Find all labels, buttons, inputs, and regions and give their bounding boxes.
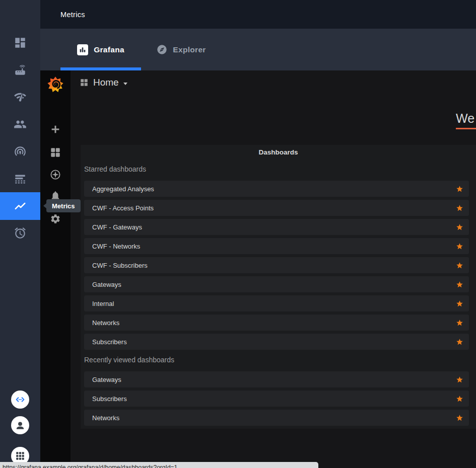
person-icon [14, 419, 26, 431]
grafana-sidebar [40, 70, 71, 462]
dashboard-row-label: Subscribers [92, 338, 127, 346]
gear-icon [50, 213, 61, 224]
tab-grafana[interactable]: Grafana [60, 29, 141, 70]
line-chart-icon [14, 200, 27, 213]
dashboards-panel: Dashboards Starred dashboardsAggregated … [81, 145, 476, 429]
create-button[interactable] [50, 124, 61, 135]
app-sidebar [0, 0, 40, 468]
dashboard-row[interactable]: Subscribers [84, 391, 469, 407]
dashboard-row[interactable]: Internal [84, 295, 469, 311]
explore-button[interactable] [50, 169, 61, 180]
star-icon[interactable] [456, 338, 463, 346]
section-label: Starred dashboards [84, 165, 476, 174]
dashboard-row[interactable]: Networks [84, 315, 469, 331]
panel-title[interactable]: Dashboards [81, 145, 476, 160]
api-button[interactable] [11, 391, 29, 409]
metrics-tooltip-label: Metrics [52, 202, 75, 210]
star-icon[interactable] [456, 223, 463, 231]
star-icon[interactable] [456, 262, 463, 269]
grafana-content: Home We Dashboards Starred dashboardsAgg… [71, 70, 476, 462]
dashboard-row[interactable]: CWF - Networks [84, 238, 469, 254]
star-icon[interactable] [456, 185, 463, 193]
star-icon[interactable] [456, 414, 463, 422]
star-icon[interactable] [456, 204, 463, 212]
dashboards-grid-icon [50, 147, 61, 158]
sidebar-item-equipment[interactable] [0, 56, 40, 84]
metrics-tooltip: Metrics [46, 199, 81, 212]
grid-icon [80, 78, 89, 87]
dashboard-row[interactable]: Aggregated Analyses [84, 181, 469, 197]
dashboard-row-label: Networks [92, 319, 119, 327]
star-icon[interactable] [456, 300, 463, 307]
star-icon[interactable] [456, 319, 463, 327]
dashboard-row-label: Networks [92, 414, 119, 422]
app-header: Metrics [40, 0, 476, 29]
dashboard-row[interactable]: Gateways [84, 371, 469, 387]
dashboard-row-label: Gateways [92, 376, 121, 383]
dashboard-row-label: Aggregated Analyses [92, 185, 154, 193]
account-button[interactable] [11, 416, 29, 434]
chevron-down-icon [123, 83, 127, 85]
sidebar-item-access-points[interactable] [0, 138, 40, 165]
breadcrumb[interactable]: Home [80, 77, 127, 88]
status-bar: https://grafana.example.org/grafana/d/ho… [0, 462, 318, 468]
sidebar-item-dashboard[interactable] [0, 29, 40, 56]
tab-explorer-label: Explorer [173, 45, 206, 54]
dashboard-row-label: Subscribers [92, 395, 127, 403]
tab-grafana-label: Grafana [94, 45, 124, 54]
dashboard-row[interactable]: Gateways [84, 276, 469, 292]
dashboard-row-label: CWF - Networks [92, 243, 140, 250]
star-icon[interactable] [456, 395, 463, 403]
compass-icon [157, 44, 167, 55]
grafana-logo[interactable] [46, 75, 65, 94]
bar-chart-icon [77, 44, 88, 55]
dashboard-row-label: Internal [92, 300, 114, 307]
people-icon [14, 118, 27, 131]
star-icon[interactable] [456, 376, 463, 383]
dashboard-row-label: CWF - Subscribers [92, 262, 148, 269]
explore-star-icon [50, 169, 61, 180]
welcome-heading: We [456, 111, 474, 126]
welcome-heading-underline [456, 128, 476, 129]
dashboard-row[interactable]: Networks [84, 410, 469, 426]
router-icon [14, 63, 27, 76]
dashboard-icon [14, 36, 27, 49]
plus-icon [50, 124, 61, 135]
dashboard-row-label: CWF - Gateways [92, 223, 142, 231]
sidebar-item-traffic[interactable] [0, 165, 40, 192]
section-label: Recently viewed dashboards [84, 356, 476, 364]
configuration-button[interactable] [50, 213, 61, 224]
sidebar-item-alarms[interactable] [0, 219, 40, 247]
tab-bar: Grafana Explorer [40, 29, 476, 70]
dashboards-panel-body: Starred dashboardsAggregated AnalysesCWF… [81, 165, 476, 426]
wifi-tethering-icon [14, 145, 27, 158]
status-bar-url: https://grafana.example.org/grafana/d/ho… [3, 464, 177, 468]
dashboard-row-label: Gateways [92, 281, 121, 288]
dashboard-row-label: CWF - Access Points [92, 204, 154, 212]
page-title: Metrics [60, 11, 85, 19]
tab-explorer[interactable]: Explorer [141, 29, 222, 70]
star-icon[interactable] [456, 243, 463, 250]
dashboard-row[interactable]: Subscribers [84, 334, 469, 350]
sidebar-item-network[interactable] [0, 84, 40, 111]
alarm-clock-icon [14, 226, 27, 240]
sidebar-item-metrics[interactable] [0, 192, 40, 220]
star-icon[interactable] [456, 281, 463, 288]
dashboard-row[interactable]: CWF - Gateways [84, 219, 469, 235]
dashboard-row[interactable]: CWF - Subscribers [84, 257, 469, 273]
apps-grid-icon [15, 450, 26, 461]
network-check-icon [14, 91, 27, 104]
list-rows-icon [14, 172, 27, 185]
dashboards-button[interactable] [50, 147, 61, 158]
sidebar-item-subscribers[interactable] [0, 111, 40, 138]
breadcrumb-label: Home [93, 77, 119, 88]
code-icon [15, 394, 26, 405]
dashboard-row[interactable]: CWF - Access Points [84, 200, 469, 216]
